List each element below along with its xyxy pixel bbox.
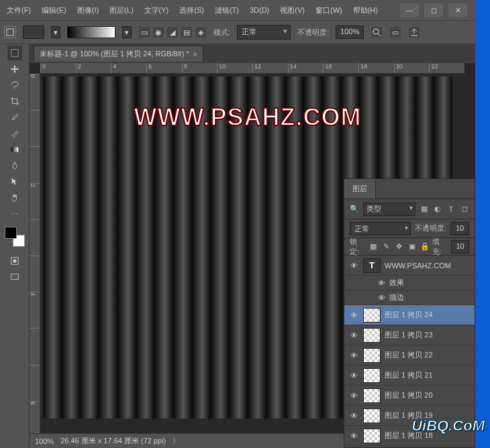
filter-pixel-icon[interactable]: ▦ xyxy=(420,205,429,214)
options-bar: ▾ ▾ ▭ ◉ ◢ ▤ ◈ 模式: 正常 不透明度: 100% ▭ xyxy=(0,20,475,44)
layer-thumb xyxy=(363,328,381,343)
visibility-toggle[interactable]: 👁 xyxy=(348,351,359,359)
marquee-tool[interactable] xyxy=(7,46,22,60)
status-arrow-icon[interactable]: 〉 xyxy=(173,436,180,446)
layer-blend-select[interactable]: 正常 xyxy=(350,222,411,235)
layer-opacity-field[interactable]: 10 xyxy=(450,222,469,235)
quickmask-button[interactable] xyxy=(7,254,22,268)
foreground-swatch[interactable] xyxy=(23,25,44,39)
current-tool-icon[interactable] xyxy=(4,26,16,38)
brand-watermark: UiBQ.CoM xyxy=(411,417,485,435)
close-button[interactable]: ✕ xyxy=(448,3,467,17)
gradient-linear-button[interactable]: ▭ xyxy=(138,26,150,38)
text-layer[interactable]: 👁 T WWW.PSAHZ.COM xyxy=(344,256,475,276)
tab-close-icon[interactable]: × xyxy=(193,50,197,58)
lock-position-icon[interactable]: ✥ xyxy=(394,241,404,252)
layer-row[interactable]: 👁图层 1 拷贝 24 xyxy=(344,305,475,325)
visibility-toggle[interactable]: 👁 xyxy=(348,412,359,420)
visibility-toggle[interactable]: 👁 xyxy=(348,432,359,440)
maximize-button[interactable]: ◻ xyxy=(424,3,443,17)
layer-thumb xyxy=(363,388,381,403)
svg-line-2 xyxy=(378,34,381,36)
search-icon[interactable] xyxy=(371,26,383,38)
gradient-reflected-button[interactable]: ▤ xyxy=(181,26,193,38)
gradient-dropdown[interactable]: ▾ xyxy=(122,26,132,38)
lock-label: 锁定: xyxy=(350,237,366,257)
gradient-preview[interactable] xyxy=(67,26,115,38)
document-tab[interactable]: 未标题-1 @ 100% (图层 1 拷贝 24, RGB/8#) * × xyxy=(34,46,203,62)
visibility-toggle[interactable]: 👁 xyxy=(348,392,359,400)
search-icon[interactable]: 🔍 xyxy=(350,205,359,213)
layer-row[interactable]: 👁图层 1 拷贝 23 xyxy=(344,325,475,345)
lock-brush-icon[interactable]: ✎ xyxy=(381,241,391,252)
layer-thumb xyxy=(363,348,381,363)
fg-bg-colors[interactable] xyxy=(5,227,25,247)
visibility-toggle[interactable]: 👁 xyxy=(348,262,359,270)
layer-row[interactable]: 👁图层 1 拷贝 22 xyxy=(344,345,475,366)
eyedropper-tool[interactable] xyxy=(7,110,22,125)
layer-name[interactable]: 图层 1 拷贝 21 xyxy=(385,370,433,380)
menu-view[interactable]: 视图(V) xyxy=(276,3,309,18)
filter-type-select[interactable]: 类型 xyxy=(363,203,415,216)
lasso-tool[interactable] xyxy=(7,78,22,93)
layers-tab[interactable]: 图层 xyxy=(344,179,376,199)
menu-filter[interactable]: 滤镜(T) xyxy=(211,3,243,18)
share-button[interactable] xyxy=(408,26,420,38)
crop-tool[interactable] xyxy=(7,94,22,109)
layer-row[interactable]: 👁图层 1 拷贝 21 xyxy=(344,366,475,386)
gradient-angle-button[interactable]: ◢ xyxy=(166,26,179,38)
gradient-diamond-button[interactable]: ◈ xyxy=(195,26,207,38)
filter-adjust-icon[interactable]: ◐ xyxy=(433,205,442,214)
layer-name[interactable]: 图层 1 拷贝 24 xyxy=(385,310,433,320)
layer-thumb xyxy=(363,308,381,323)
menu-window[interactable]: 窗口(W) xyxy=(311,3,346,18)
minimize-button[interactable]: — xyxy=(400,3,419,17)
layer-name[interactable]: 图层 1 拷贝 22 xyxy=(385,350,433,360)
move-tool[interactable] xyxy=(7,62,22,76)
svg-rect-4 xyxy=(11,148,18,152)
more-tools[interactable]: ⋯ xyxy=(7,207,22,221)
pen-tool[interactable] xyxy=(7,158,22,173)
lock-all-icon[interactable]: 🔒 xyxy=(420,241,430,252)
opacity-field[interactable]: 100% xyxy=(336,25,364,39)
filter-shape-icon[interactable]: ◻ xyxy=(460,205,469,214)
menu-layer[interactable]: 图层(L) xyxy=(105,3,137,18)
visibility-toggle[interactable]: 👁 xyxy=(348,331,359,339)
menu-image[interactable]: 图像(I) xyxy=(73,3,103,18)
fx-effects-row[interactable]: 👁效果 xyxy=(344,276,475,290)
layers-panel: 图层 🔍 类型 ▦ ◐ T ◻ 正常 不透明度: 10 锁定: ▩ ✎ ✥ ▣ xyxy=(344,178,475,448)
screenmode-button[interactable] xyxy=(7,270,22,284)
lock-transparency-icon[interactable]: ▩ xyxy=(369,241,379,252)
layer-name[interactable]: 图层 1 拷贝 23 xyxy=(385,330,433,340)
layer-name[interactable]: 图层 1 拷贝 20 xyxy=(385,390,433,400)
gradient-tool[interactable] xyxy=(7,142,22,157)
path-select-tool[interactable] xyxy=(7,174,22,189)
zoom-level[interactable]: 100% xyxy=(35,437,54,445)
layer-thumb xyxy=(363,429,381,443)
menu-file[interactable]: 文件(F) xyxy=(3,3,35,18)
menu-3d[interactable]: 3D(D) xyxy=(246,3,273,17)
visibility-toggle[interactable]: 👁 xyxy=(348,311,359,319)
layer-name[interactable]: WWW.PSAHZ.COM xyxy=(385,262,451,270)
document-dimensions: 26.46 厘米 x 17.64 厘米 (72 ppi) xyxy=(60,436,166,446)
layer-row[interactable]: 👁图层 1 拷贝 20 xyxy=(344,386,475,406)
svg-rect-0 xyxy=(7,29,13,36)
blend-mode-select[interactable]: 正常 xyxy=(237,25,291,40)
hand-tool[interactable] xyxy=(7,190,22,205)
menu-text[interactable]: 文字(Y) xyxy=(140,3,173,18)
fill-field[interactable]: 10 xyxy=(451,240,469,254)
layer-thumb xyxy=(363,408,381,423)
brush-tool[interactable] xyxy=(7,126,22,141)
document-tab-title: 未标题-1 @ 100% (图层 1 拷贝 24, RGB/8#) * xyxy=(40,49,189,59)
fx-stroke-row[interactable]: 👁描边 xyxy=(344,290,475,305)
horizontal-ruler: 0246810121416182022 xyxy=(40,63,464,74)
menu-help[interactable]: 帮助(H) xyxy=(349,3,382,18)
screen-mode-button[interactable]: ▭ xyxy=(389,26,401,38)
menu-select[interactable]: 选择(S) xyxy=(175,3,208,18)
menu-edit[interactable]: 编辑(E) xyxy=(38,3,70,18)
visibility-toggle[interactable]: 👁 xyxy=(348,372,359,380)
lock-artboard-icon[interactable]: ▣ xyxy=(407,241,417,252)
gradient-radial-button[interactable]: ◉ xyxy=(152,26,164,38)
filter-type-icon[interactable]: T xyxy=(446,205,456,214)
swatch-dropdown[interactable]: ▾ xyxy=(51,26,60,38)
